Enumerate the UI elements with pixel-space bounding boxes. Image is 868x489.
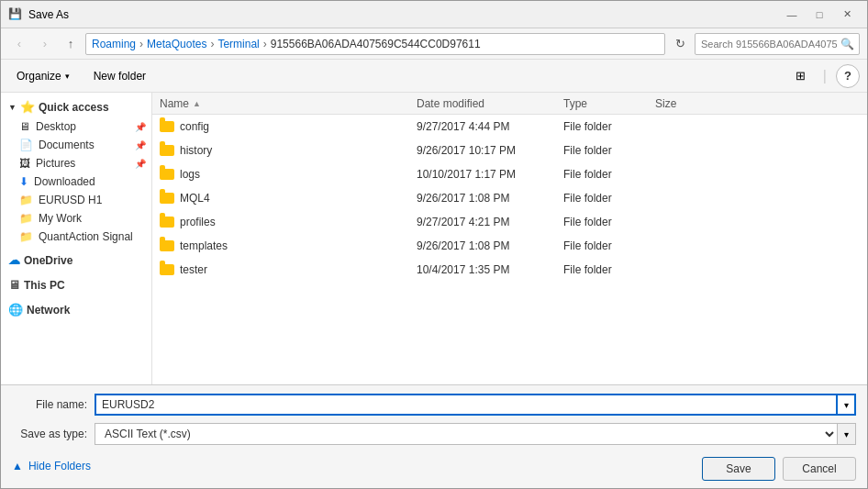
- organize-button[interactable]: Organize ▾: [8, 64, 78, 88]
- maximize-button[interactable]: □: [807, 5, 832, 25]
- network-section: 🌐 Network: [1, 299, 151, 320]
- folder-icon: 📁: [19, 212, 33, 225]
- folder-icon: [160, 217, 174, 228]
- breadcrumb-terminal[interactable]: Terminal: [217, 38, 259, 50]
- file-name: MQL4: [180, 192, 210, 205]
- action-bar: Organize ▾ New folder ⊞ | ?: [1, 60, 867, 93]
- column-type-header[interactable]: Type: [563, 97, 655, 110]
- breadcrumb-current: 915566BA06ADA407569C544CC0D97611: [271, 38, 481, 50]
- filename-input[interactable]: [95, 394, 838, 416]
- table-row[interactable]: MQL4 9/26/2017 1:08 PM File folder: [152, 186, 867, 210]
- download-icon: ⬇: [19, 175, 28, 188]
- file-type: File folder: [563, 216, 655, 228]
- help-button[interactable]: ?: [836, 64, 860, 88]
- sidebar-item-downloaded[interactable]: ⬇ Downloaded: [1, 172, 151, 191]
- desktop-icon: 🖥: [19, 120, 30, 133]
- sort-asc-icon: ▲: [193, 99, 201, 108]
- hide-folders-label: Hide Folders: [28, 460, 91, 472]
- file-name: profiles: [180, 216, 216, 228]
- file-area: Name ▲ Date modified Type Size config 9/…: [152, 93, 867, 384]
- back-button[interactable]: ‹: [8, 33, 30, 55]
- onedrive-header[interactable]: ☁ OneDrive: [1, 250, 151, 271]
- folder-icon: [160, 240, 174, 251]
- sidebar-item-quantaction[interactable]: 📁 QuantAction Signal: [1, 228, 151, 246]
- file-date: 9/26/2017 10:17 PM: [417, 144, 563, 157]
- thispc-header[interactable]: 🖥 This PC: [1, 274, 151, 295]
- pin-icon: 📌: [135, 140, 146, 150]
- sidebar-item-documents[interactable]: 📄 Documents 📌: [1, 136, 151, 154]
- savetype-row: Save as type: ASCII Text (*.csv) ▾: [12, 422, 856, 446]
- breadcrumb: Roaming › MetaQuotes › Terminal › 915566…: [85, 33, 665, 55]
- breadcrumb-metaquotes[interactable]: MetaQuotes: [147, 38, 206, 50]
- file-type: File folder: [563, 168, 655, 181]
- savetype-dropdown-button[interactable]: ▾: [838, 423, 856, 445]
- hide-folders-row[interactable]: ▲ Hide Folders: [12, 456, 91, 476]
- sidebar: ▼ ⭐ Quick access 🖥 Desktop 📌 📄 Documents…: [1, 93, 152, 384]
- file-date: 9/26/2017 1:08 PM: [417, 192, 563, 205]
- quick-access-section: ▼ ⭐ Quick access 🖥 Desktop 📌 📄 Documents…: [1, 96, 151, 246]
- file-type: File folder: [563, 144, 655, 157]
- table-row[interactable]: logs 10/10/2017 1:17 PM File folder: [152, 162, 867, 186]
- search-wrapper: 🔍: [695, 33, 860, 55]
- view-button[interactable]: ⊞: [788, 64, 814, 88]
- filename-label: File name:: [12, 398, 95, 411]
- search-input[interactable]: [695, 33, 860, 55]
- filename-dropdown-button[interactable]: ▾: [838, 394, 856, 416]
- table-row[interactable]: config 9/27/2017 4:44 PM File folder: [152, 115, 867, 139]
- forward-button[interactable]: ›: [34, 33, 56, 55]
- refresh-button[interactable]: ↻: [669, 33, 691, 55]
- title-bar: 💾 Save As — □ ✕: [1, 1, 867, 28]
- file-name: config: [180, 120, 209, 133]
- documents-icon: 📄: [19, 139, 33, 151]
- folder-icon: [160, 145, 174, 156]
- new-folder-button[interactable]: New folder: [85, 64, 154, 88]
- column-size-header[interactable]: Size: [655, 97, 729, 110]
- column-name-header[interactable]: Name ▲: [160, 97, 417, 110]
- column-date-header[interactable]: Date modified: [417, 97, 563, 110]
- table-row[interactable]: templates 9/26/2017 1:08 PM File folder: [152, 234, 867, 258]
- up-button[interactable]: ↑: [60, 33, 82, 55]
- quick-access-header[interactable]: ▼ ⭐ Quick access: [1, 96, 151, 117]
- file-name: logs: [180, 168, 200, 181]
- savetype-label: Save as type:: [12, 428, 95, 440]
- sidebar-item-pictures[interactable]: 🖼 Pictures 📌: [1, 154, 151, 172]
- close-button[interactable]: ✕: [834, 5, 860, 25]
- table-row[interactable]: profiles 9/27/2017 4:21 PM File folder: [152, 210, 867, 234]
- quick-access-star-icon: ⭐: [20, 100, 35, 114]
- file-list-header: Name ▲ Date modified Type Size: [152, 93, 867, 115]
- pin-icon: 📌: [135, 159, 146, 169]
- save-button[interactable]: Save: [702, 457, 775, 481]
- file-type: File folder: [563, 120, 655, 133]
- file-name: tester: [180, 263, 207, 276]
- network-header[interactable]: 🌐 Network: [1, 299, 151, 320]
- sidebar-item-mywork[interactable]: 📁 My Work: [1, 209, 151, 228]
- action-buttons: Save Cancel: [702, 457, 856, 481]
- file-name: history: [180, 144, 212, 157]
- folder-icon: [160, 121, 174, 132]
- quick-access-chevron-icon: ▼: [8, 103, 17, 112]
- pin-icon: 📌: [135, 122, 146, 132]
- minimize-button[interactable]: —: [779, 5, 805, 25]
- bottom-row: ▲ Hide Folders Save Cancel: [12, 451, 856, 481]
- table-row[interactable]: tester 10/4/2017 1:35 PM File folder: [152, 258, 867, 282]
- organize-chevron-icon: ▾: [65, 72, 70, 81]
- savetype-select[interactable]: ASCII Text (*.csv): [95, 423, 838, 445]
- sidebar-item-desktop[interactable]: 🖥 Desktop 📌: [1, 117, 151, 136]
- cancel-button[interactable]: Cancel: [783, 457, 856, 481]
- breadcrumb-roaming[interactable]: Roaming: [92, 38, 136, 50]
- table-row[interactable]: history 9/26/2017 10:17 PM File folder: [152, 139, 867, 162]
- onedrive-icon: ☁: [8, 253, 20, 267]
- file-date: 9/27/2017 4:21 PM: [417, 216, 563, 228]
- folder-icon: [160, 264, 174, 275]
- bottom-bar: File name: ▾ Save as type: ASCII Text (*…: [1, 384, 867, 488]
- file-date: 9/27/2017 4:44 PM: [417, 120, 563, 133]
- file-name: templates: [180, 239, 228, 252]
- file-rows-container: config 9/27/2017 4:44 PM File folder his…: [152, 115, 867, 282]
- folder-icon: 📁: [19, 230, 33, 243]
- save-as-dialog: 💾 Save As — □ ✕ ‹ › ↑ Roaming › MetaQuot…: [0, 0, 868, 489]
- file-type: File folder: [563, 239, 655, 252]
- window-controls: — □ ✕: [779, 5, 860, 25]
- hide-folders-chevron-icon: ▲: [12, 460, 23, 472]
- sidebar-item-eurusd[interactable]: 📁 EURUSD H1: [1, 191, 151, 209]
- file-type: File folder: [563, 192, 655, 205]
